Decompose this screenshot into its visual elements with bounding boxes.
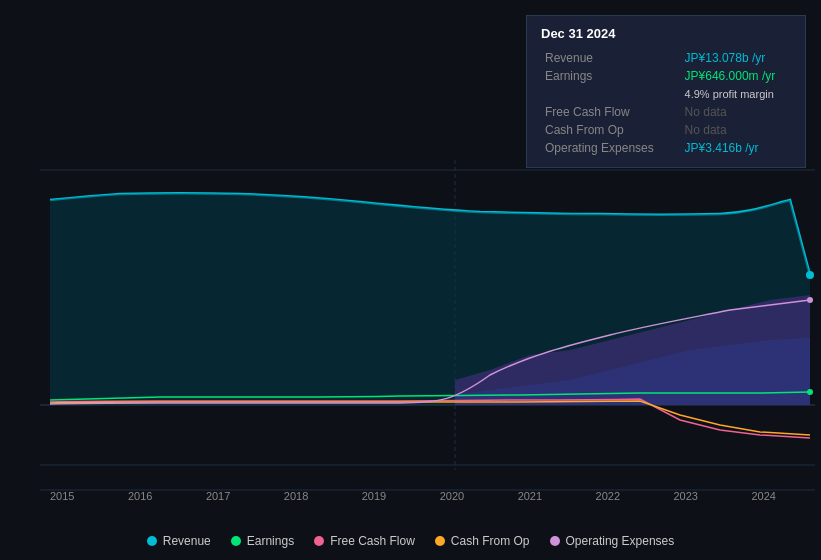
tooltip-value-earnings: JP¥646.000m /yr <box>681 67 791 85</box>
svg-point-6 <box>807 389 813 395</box>
legend-item-opex: Operating Expenses <box>550 534 675 548</box>
tooltip-table: Revenue JP¥13.078b /yr Earnings JP¥646.0… <box>541 49 791 157</box>
tooltip-value-opex: JP¥3.416b /yr <box>681 139 791 157</box>
tooltip-row-opex: Operating Expenses JP¥3.416b /yr <box>541 139 791 157</box>
x-label-2021: 2021 <box>518 490 542 502</box>
legend-label-earnings: Earnings <box>247 534 294 548</box>
legend-label-revenue: Revenue <box>163 534 211 548</box>
tooltip-label-earnings: Earnings <box>541 67 681 85</box>
x-label-2024: 2024 <box>751 490 775 502</box>
legend: Revenue Earnings Free Cash Flow Cash Fro… <box>0 534 821 548</box>
legend-dot-cashfromop <box>435 536 445 546</box>
svg-point-7 <box>807 297 813 303</box>
x-label-2016: 2016 <box>128 490 152 502</box>
legend-label-opex: Operating Expenses <box>566 534 675 548</box>
svg-point-5 <box>806 271 814 279</box>
chart-container: Dec 31 2024 Revenue JP¥13.078b /yr Earni… <box>0 0 821 560</box>
tooltip-row-profit: 4.9% profit margin <box>541 85 791 103</box>
x-axis: 2015 2016 2017 2018 2019 2020 2021 2022 … <box>0 490 821 502</box>
legend-item-cashfromop: Cash From Op <box>435 534 530 548</box>
legend-dot-earnings <box>231 536 241 546</box>
tooltip-title: Dec 31 2024 <box>541 26 791 41</box>
legend-dot-opex <box>550 536 560 546</box>
tooltip-row-fcf: Free Cash Flow No data <box>541 103 791 121</box>
legend-dot-revenue <box>147 536 157 546</box>
tooltip-label-fcf: Free Cash Flow <box>541 103 681 121</box>
tooltip-value-fcf: No data <box>681 103 791 121</box>
x-label-2019: 2019 <box>362 490 386 502</box>
legend-label-fcf: Free Cash Flow <box>330 534 415 548</box>
tooltip-value-cashfromop: No data <box>681 121 791 139</box>
tooltip-row-cashfromop: Cash From Op No data <box>541 121 791 139</box>
tooltip-value-profit: 4.9% profit margin <box>681 85 791 103</box>
legend-item-earnings: Earnings <box>231 534 294 548</box>
tooltip-label-opex: Operating Expenses <box>541 139 681 157</box>
x-label-2018: 2018 <box>284 490 308 502</box>
x-label-2017: 2017 <box>206 490 230 502</box>
tooltip-row-earnings: Earnings JP¥646.000m /yr <box>541 67 791 85</box>
legend-dot-fcf <box>314 536 324 546</box>
x-label-2020: 2020 <box>440 490 464 502</box>
legend-item-fcf: Free Cash Flow <box>314 534 415 548</box>
tooltip-label-cashfromop: Cash From Op <box>541 121 681 139</box>
x-label-2015: 2015 <box>50 490 74 502</box>
tooltip-value-revenue: JP¥13.078b /yr <box>681 49 791 67</box>
tooltip-row-revenue: Revenue JP¥13.078b /yr <box>541 49 791 67</box>
x-label-2022: 2022 <box>596 490 620 502</box>
legend-label-cashfromop: Cash From Op <box>451 534 530 548</box>
tooltip-label-revenue: Revenue <box>541 49 681 67</box>
x-label-2023: 2023 <box>674 490 698 502</box>
tooltip-box: Dec 31 2024 Revenue JP¥13.078b /yr Earni… <box>526 15 806 168</box>
legend-item-revenue: Revenue <box>147 534 211 548</box>
